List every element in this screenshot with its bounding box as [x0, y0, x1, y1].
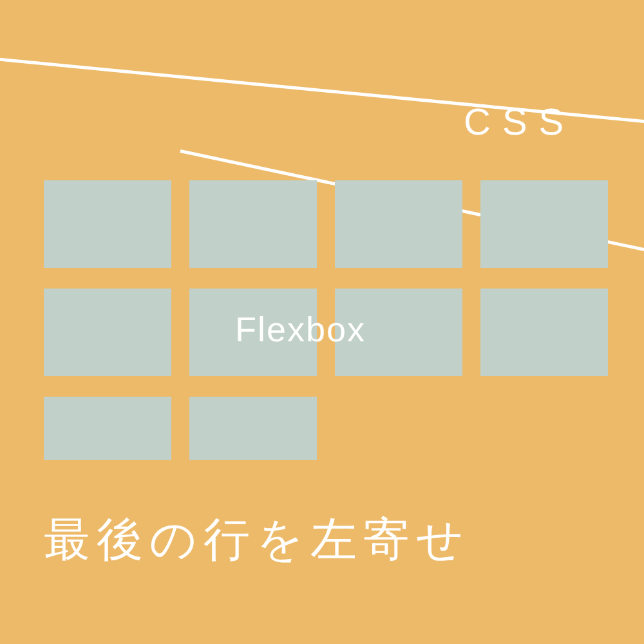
flexbox-heading: Flexbox — [235, 309, 366, 349]
grid-cell — [189, 397, 317, 460]
grid-cell — [480, 180, 608, 268]
grid-cell — [335, 180, 462, 268]
css-heading: CSS — [464, 100, 575, 143]
grid-cell — [189, 180, 317, 268]
grid-cell — [44, 180, 171, 268]
caption-text: 最後の行を左寄せ — [44, 509, 470, 571]
grid-cell — [44, 289, 171, 376]
grid-cell — [44, 397, 171, 460]
grid-cell — [480, 289, 608, 376]
